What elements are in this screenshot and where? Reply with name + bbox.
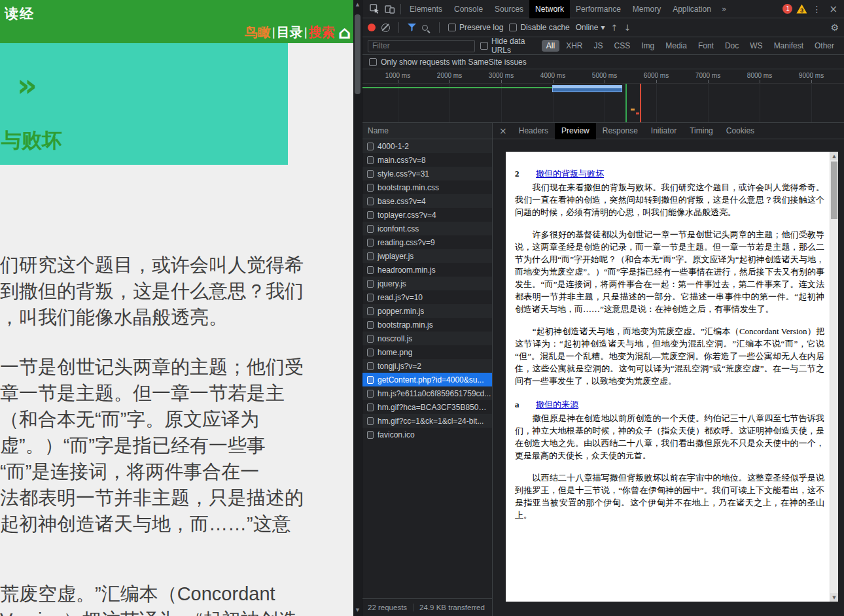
tab-headers[interactable]: Headers [512,123,555,139]
tab-sources[interactable]: Sources [489,0,529,18]
request-row[interactable]: noscroll.js [362,332,492,345]
article-line: “而”是连接词，将两件事合在一 [0,458,353,485]
tab-memory[interactable]: Memory [627,0,667,18]
document-scrollbar[interactable]: ▲ ▼ [830,152,838,602]
filter-input[interactable] [368,40,475,52]
request-row[interactable]: reading.css?v=9 [362,235,492,249]
filter-pill-font[interactable]: Font [694,40,718,52]
inspect-icon[interactable] [366,0,382,18]
load-event-line [640,84,641,122]
preserve-log-checkbox[interactable] [448,24,456,31]
request-row[interactable]: hm.gif?cc=1&ck=1&cl=24-bit... [362,414,492,428]
tab-performance[interactable]: Performance [570,0,627,18]
tab-network[interactable]: Network [529,0,570,18]
request-row[interactable]: base.css?v=4 [362,194,492,208]
article-line: ，叫我们能像水晶般透亮。 [0,304,353,330]
preview-document: 2撒但的背叛与败坏 我们现在来看撒但的背叛与败坏。我们研究这个题目，或许会叫人觉… [506,152,838,602]
section-title-link[interactable]: 撒但的来源 [536,400,578,409]
tab-elements[interactable]: Elements [404,0,448,18]
request-row[interactable]: jwplayer.js [362,249,492,263]
filter-pill-ws[interactable]: WS [745,40,767,52]
import-har-icon[interactable]: ↑ [610,23,618,33]
clear-icon[interactable] [381,24,390,32]
tab-console[interactable]: Console [448,0,489,18]
file-icon [367,376,374,384]
request-row-selected[interactable]: getContent.php?id=4000&su... [362,373,492,386]
timeline-tick: 2000 ms [437,72,462,79]
samesite-checkbox[interactable] [369,58,377,66]
request-row[interactable]: tongji.js?v=2 [362,359,492,373]
filter-pill-other[interactable]: Other [810,40,839,52]
request-row[interactable]: iconfont.css [362,222,492,235]
filter-pill-img[interactable]: Img [637,40,659,52]
tab-response[interactable]: Response [596,123,644,139]
throttling-dropdown[interactable]: Online ▾ [576,23,605,32]
page-scrollbar[interactable]: ▲ ▼ [353,0,362,616]
more-tabs-icon[interactable]: » [717,5,731,14]
filter-pill-xhr[interactable]: XHR [561,40,587,52]
error-badge[interactable]: 1 [782,4,792,14]
request-name: style.css?v=31 [378,169,429,179]
request-row[interactable]: bootstrap.min.js [362,318,492,332]
scrollbar-thumb[interactable] [831,162,837,219]
article-line: 法都表明一节并非主题，只是描述的 [0,485,353,511]
request-row[interactable]: jquery.js [362,277,492,290]
request-row[interactable]: style.css?v=31 [362,167,492,180]
hide-data-urls-checkbox[interactable] [480,42,488,50]
filter-pill-js[interactable]: JS [589,40,608,52]
request-row[interactable]: favicon.ico [362,428,492,441]
hide-data-urls-option[interactable]: Hide data URLs [480,37,536,55]
request-row[interactable]: main.css?v=8 [362,153,492,167]
close-detail-icon[interactable]: × [493,126,512,136]
tab-preview[interactable]: Preview [555,123,596,139]
tab-application[interactable]: Application [667,0,717,18]
article-text: 们研究这个题目，或许会叫人觉得希 到撒但的背叛，这是什么意思？我们 ，叫我们能像… [0,165,353,616]
request-row[interactable]: popper.min.js [362,304,492,318]
menu-search[interactable]: 搜索 [309,24,335,41]
overview-chart[interactable] [362,84,844,122]
article-line: 章一节是主题。但一章一节若是主 [0,380,353,406]
request-row[interactable]: home.png [362,345,492,359]
close-devtools-icon[interactable]: × [826,3,844,15]
disable-cache-checkbox[interactable] [509,24,517,31]
search-icon[interactable] [422,25,428,31]
filter-icon[interactable] [408,24,416,31]
request-row[interactable]: headroom.min.js [362,263,492,277]
request-row[interactable]: hm.gif?hca=BCA3CF35B850C8... [362,400,492,414]
scroll-up-icon[interactable]: ▲ [353,1,362,8]
network-settings-gear-icon[interactable]: ⚙ [830,22,839,33]
record-icon[interactable] [368,24,376,31]
filter-pill-manifest[interactable]: Manifest [769,40,808,52]
tab-cookies[interactable]: Cookies [720,123,761,139]
filter-pill-media[interactable]: Media [661,40,692,52]
filter-pill-css[interactable]: CSS [610,40,635,52]
scrollbar-thumb[interactable] [355,14,360,94]
scroll-down-icon[interactable]: ▼ [830,593,838,602]
section-title-link[interactable]: 撒但的背叛与败坏 [536,169,604,179]
preserve-log-option[interactable]: Preserve log [448,23,503,32]
file-icon [367,417,374,425]
request-row[interactable]: bootstrap.min.css [362,180,492,194]
menu-birdview[interactable]: 鸟瞰 [245,24,271,41]
timeline-tick: 7000 ms [695,72,720,79]
menu-contents[interactable]: 目录 [277,24,303,41]
scroll-up-icon[interactable]: ▲ [830,152,838,160]
request-row[interactable]: toplayer.css?v=4 [362,208,492,222]
warning-badge[interactable]: 3 [796,5,807,14]
name-column-header[interactable]: Name [362,123,492,139]
network-overview[interactable]: 1000 ms 2000 ms 3000 ms 4000 ms 5000 ms … [362,69,844,123]
request-row[interactable]: hm.js?e611a0c6f859651759cd... [362,386,492,400]
filter-pill-all[interactable]: All [542,40,559,52]
device-toolbar-icon[interactable] [382,0,398,18]
request-name: hm.js?e611a0c6f859651759cd... [378,389,491,398]
kebab-menu-icon[interactable]: ⋮ [807,4,826,14]
request-row[interactable]: 4000-1-2 [362,139,492,153]
filter-pill-doc[interactable]: Doc [720,40,743,52]
scroll-down-icon[interactable]: ▼ [353,607,362,613]
home-icon[interactable]: ⌂ [338,24,351,41]
disable-cache-option[interactable]: Disable cache [509,23,569,32]
export-har-icon[interactable]: ↓ [624,23,631,33]
tab-initiator[interactable]: Initiator [644,123,683,139]
tab-timing[interactable]: Timing [683,123,720,139]
request-row[interactable]: read.js?v=10 [362,290,492,304]
